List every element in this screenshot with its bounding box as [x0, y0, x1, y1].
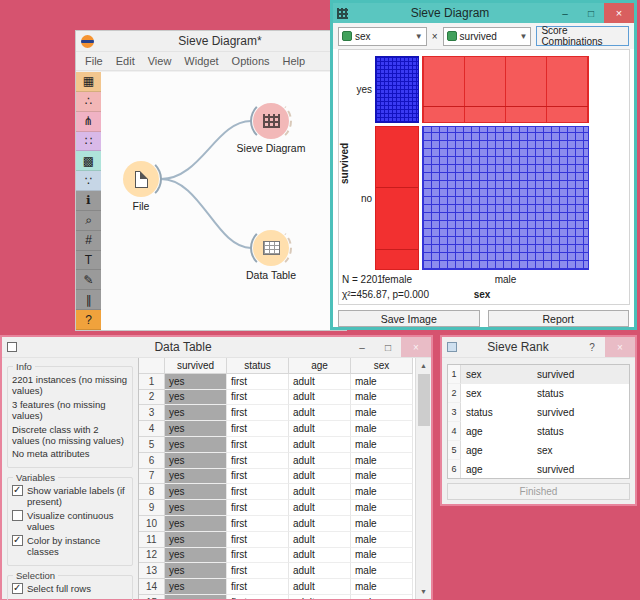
- sex-cell[interactable]: male: [351, 548, 413, 564]
- age-cell[interactable]: adult: [289, 390, 351, 406]
- scrollbar-thumb[interactable]: [418, 374, 430, 426]
- sieve-rank-titlebar[interactable]: Sieve Rank ? ×: [442, 337, 635, 358]
- table-row[interactable]: 7 yes first adult male: [139, 469, 415, 485]
- status-cell[interactable]: first: [227, 532, 289, 548]
- status-cell[interactable]: first: [227, 500, 289, 516]
- row-number-cell[interactable]: 2: [139, 390, 165, 406]
- row-number-cell[interactable]: 6: [139, 453, 165, 469]
- checkbox[interactable]: [12, 583, 23, 594]
- row-number-cell[interactable]: 15: [139, 595, 165, 599]
- minimize-button[interactable]: –: [552, 3, 578, 23]
- menu-item[interactable]: Widget: [184, 55, 218, 67]
- survived-cell[interactable]: yes: [165, 548, 227, 564]
- survived-cell[interactable]: yes: [165, 563, 227, 579]
- survived-cell[interactable]: yes: [165, 421, 227, 437]
- survived-cell[interactable]: yes: [165, 516, 227, 532]
- sex-header[interactable]: sex: [351, 358, 413, 374]
- maximize-button[interactable]: □: [375, 337, 401, 357]
- sex-cell[interactable]: male: [351, 595, 413, 599]
- sieve-widget-icon[interactable]: ▩: [76, 151, 101, 171]
- age-cell[interactable]: adult: [289, 579, 351, 595]
- age-cell[interactable]: adult: [289, 484, 351, 500]
- checkbox[interactable]: [12, 510, 23, 521]
- status-cell[interactable]: first: [227, 421, 289, 437]
- y-attribute-combo[interactable]: survived ▼: [443, 27, 532, 46]
- status-cell[interactable]: first: [227, 390, 289, 406]
- close-button[interactable]: ×: [401, 337, 431, 357]
- survived-cell[interactable]: yes: [165, 484, 227, 500]
- score-combinations-button[interactable]: Score Combinations: [536, 26, 629, 46]
- status-cell[interactable]: first: [227, 548, 289, 564]
- survived-cell[interactable]: yes: [165, 469, 227, 485]
- menu-item[interactable]: Edit: [116, 55, 135, 67]
- grid-tool-icon[interactable]: #: [76, 231, 101, 251]
- report-button[interactable]: Report: [488, 310, 630, 327]
- canvas-window-titlebar[interactable]: Sieve Diagram*: [76, 31, 346, 52]
- row-number-cell[interactable]: 12: [139, 548, 165, 564]
- age-cell[interactable]: adult: [289, 405, 351, 421]
- quadrant-male-no[interactable]: [422, 126, 589, 270]
- status-header[interactable]: status: [227, 358, 289, 374]
- age-cell[interactable]: adult: [289, 421, 351, 437]
- row-number-header[interactable]: [139, 358, 165, 374]
- age-cell[interactable]: adult: [289, 595, 351, 599]
- minimize-button[interactable]: –: [349, 337, 375, 357]
- row-number-cell[interactable]: 10: [139, 516, 165, 532]
- info-tool-icon[interactable]: ℹ: [76, 191, 101, 211]
- variable-option[interactable]: Show variable labels (if present): [12, 485, 128, 507]
- age-cell[interactable]: adult: [289, 516, 351, 532]
- age-cell[interactable]: adult: [289, 374, 351, 390]
- status-cell[interactable]: first: [227, 405, 289, 421]
- status-cell[interactable]: first: [227, 595, 289, 599]
- age-cell[interactable]: adult: [289, 532, 351, 548]
- sex-cell[interactable]: male: [351, 453, 413, 469]
- age-cell[interactable]: adult: [289, 437, 351, 453]
- sex-cell[interactable]: male: [351, 579, 413, 595]
- age-header[interactable]: age: [289, 358, 351, 374]
- table-row[interactable]: 6 yes first adult male: [139, 453, 415, 469]
- age-cell[interactable]: adult: [289, 469, 351, 485]
- workflow-canvas[interactable]: File Sieve Diagram Data Table: [101, 72, 346, 330]
- age-cell[interactable]: adult: [289, 563, 351, 579]
- row-number-cell[interactable]: 13: [139, 563, 165, 579]
- pause-tool-icon[interactable]: ∥: [76, 290, 101, 310]
- variable-option[interactable]: Visualize continuous values: [12, 510, 128, 532]
- status-cell[interactable]: first: [227, 374, 289, 390]
- scroll-up-icon[interactable]: ▲: [420, 358, 427, 373]
- table-row[interactable]: 10 yes first adult male: [139, 516, 415, 532]
- sieve-diagram-node[interactable]: [253, 103, 289, 139]
- sieve-window-titlebar[interactable]: Sieve Diagram – □ ×: [333, 3, 634, 23]
- close-button[interactable]: ×: [605, 337, 635, 357]
- sex-cell[interactable]: male: [351, 421, 413, 437]
- selection-option[interactable]: Select full rows: [12, 583, 128, 594]
- status-cell[interactable]: first: [227, 484, 289, 500]
- table-row[interactable]: 14 yes first adult male: [139, 579, 415, 595]
- survived-cell[interactable]: yes: [165, 405, 227, 421]
- vertical-scrollbar[interactable]: ▲ ▼: [415, 358, 431, 599]
- row-number-cell[interactable]: 9: [139, 500, 165, 516]
- variable-option[interactable]: Color by instance classes: [12, 535, 128, 557]
- data-table-node[interactable]: [253, 230, 289, 266]
- survived-header[interactable]: survived: [165, 358, 227, 374]
- table-row[interactable]: 5 yes first adult male: [139, 437, 415, 453]
- survived-cell[interactable]: yes: [165, 374, 227, 390]
- distributions-widget-icon[interactable]: ∵: [76, 171, 101, 191]
- row-number-cell[interactable]: 14: [139, 579, 165, 595]
- status-cell[interactable]: first: [227, 469, 289, 485]
- row-number-cell[interactable]: 5: [139, 437, 165, 453]
- survived-cell[interactable]: yes: [165, 437, 227, 453]
- table-row[interactable]: 4 yes first adult male: [139, 421, 415, 437]
- pen-tool-icon[interactable]: ✎: [76, 270, 101, 290]
- table-row[interactable]: 12 yes first adult male: [139, 548, 415, 564]
- rank-row[interactable]: 1 sex survived: [448, 365, 629, 384]
- tree-widget-icon[interactable]: ⋔: [76, 112, 101, 132]
- rank-row[interactable]: 6 age survived: [448, 460, 629, 479]
- status-cell[interactable]: first: [227, 579, 289, 595]
- status-cell[interactable]: first: [227, 453, 289, 469]
- row-number-cell[interactable]: 3: [139, 405, 165, 421]
- sex-cell[interactable]: male: [351, 469, 413, 485]
- scroll-down-icon[interactable]: ▼: [420, 584, 427, 599]
- table-row[interactable]: 9 yes first adult male: [139, 500, 415, 516]
- sex-cell[interactable]: male: [351, 516, 413, 532]
- help-button[interactable]: ?: [579, 337, 605, 357]
